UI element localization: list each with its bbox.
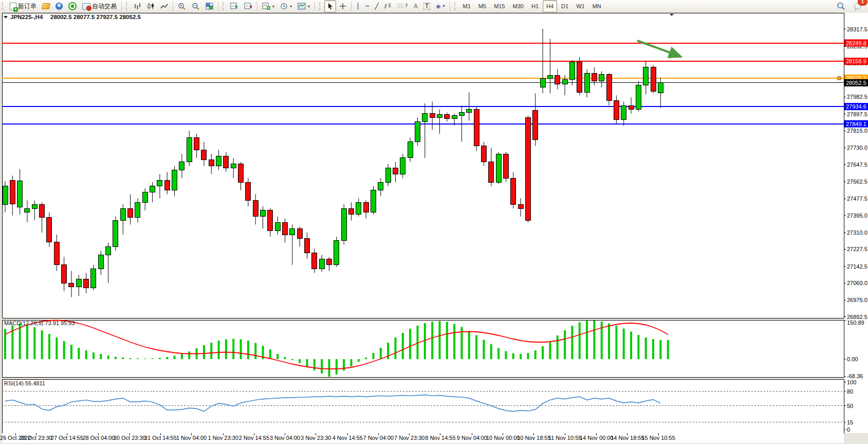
candle	[555, 75, 560, 84]
line-handle[interactable]	[838, 77, 841, 80]
candle	[69, 283, 74, 287]
toolbar-separator	[351, 2, 352, 11]
chart-window[interactable]: 28317.528232.528150.028067.527982.527897…	[0, 12, 868, 444]
timeframe-m30-button[interactable]: M30	[509, 0, 527, 12]
tile-windows-button[interactable]	[203, 0, 216, 12]
zoom-in-button[interactable]	[175, 0, 189, 12]
candle	[393, 168, 398, 174]
profile-prev-icon	[244, 3, 252, 10]
vertical-line-icon: │	[356, 3, 360, 9]
main-panel[interactable]	[2, 13, 844, 318]
candle	[525, 118, 530, 221]
new-order-button[interactable]: + 新订单	[7, 0, 39, 12]
candle	[47, 218, 52, 242]
profile-prev-button[interactable]	[242, 0, 255, 12]
candle	[253, 200, 258, 216]
candle	[231, 164, 236, 168]
price-tick-label: 28317.5	[847, 26, 867, 32]
crosshair-tool-button[interactable]	[337, 0, 349, 12]
zoom-out-button[interactable]	[189, 0, 202, 12]
line-chart-button[interactable]	[158, 0, 171, 12]
candle	[238, 164, 244, 182]
chevron-down-icon: ▾	[308, 4, 310, 9]
notification-badge: 1	[858, 0, 867, 6]
toolbar-grip	[454, 2, 457, 10]
auto-trading-icon	[82, 3, 90, 10]
time-tick-label: 2 Nov 14:55	[239, 435, 269, 441]
candle	[430, 114, 435, 118]
candle	[91, 269, 96, 288]
candle	[643, 67, 649, 85]
candle	[76, 279, 81, 287]
candle	[283, 222, 288, 235]
profile-next-button[interactable]	[228, 0, 241, 12]
add-indicator-button[interactable]: ▾	[260, 0, 277, 12]
notifications-button[interactable]: 1	[851, 0, 865, 12]
candle	[584, 73, 589, 92]
candle	[98, 255, 103, 269]
candle	[408, 142, 413, 158]
shapes-tool-button[interactable]: ◈▾	[433, 0, 447, 12]
templates-button[interactable]: ▾	[295, 0, 312, 12]
bar-chart-button[interactable]	[131, 0, 144, 12]
market-depth-button[interactable]	[40, 0, 52, 12]
timeframe-w1-button[interactable]: W1	[572, 0, 588, 12]
timeframe-m15-button[interactable]: M15	[490, 0, 508, 12]
horizontal-line-tool-button[interactable]: ─	[363, 0, 372, 12]
candle	[540, 78, 545, 87]
chart-ohlc-values: 28002.5 28077.5 27927.5 28052.5	[50, 14, 141, 20]
timeframe-d1-button[interactable]: D1	[558, 0, 572, 12]
signals-button[interactable]	[66, 0, 79, 12]
time-axis: 26 Oct 202226 Oct 23:3027 Oct 14:5528 Oc…	[0, 433, 675, 441]
timeframe-h1-button[interactable]: H1	[528, 0, 542, 12]
candle	[592, 73, 597, 81]
signal-icon	[68, 2, 77, 10]
price-tick-label: 27815.0	[847, 128, 867, 134]
candle	[172, 170, 177, 190]
candle	[187, 138, 192, 162]
chart-canvas[interactable]: 28317.528232.528150.028067.527982.527897…	[0, 12, 868, 444]
community-button[interactable]	[53, 0, 65, 12]
macd-label: MACD(12,26,9) 73.91 95.93	[4, 320, 75, 326]
auto-trading-button[interactable]: 自动交易	[80, 0, 119, 12]
candle	[452, 116, 457, 119]
search-button[interactable]	[834, 0, 848, 12]
candle	[120, 208, 125, 221]
candle	[135, 202, 140, 217]
time-tick-label: 1 Nov 23:30	[208, 435, 238, 441]
periods-button[interactable]: ▾	[278, 0, 294, 12]
crosshair-icon	[339, 3, 346, 10]
timeframe-m5-button[interactable]: M5	[475, 0, 490, 12]
candle	[400, 158, 405, 174]
toolbar-separator	[121, 2, 122, 11]
toolbar-grip	[223, 2, 226, 10]
candle	[194, 138, 199, 150]
vertical-line-tool-button[interactable]: │	[354, 0, 362, 12]
toolbar-separator	[257, 2, 257, 11]
cursor-tool-button[interactable]	[324, 0, 336, 12]
candle	[216, 156, 221, 166]
chart-title: JPN225-,H4	[10, 14, 43, 20]
price-tick-label: 27227.5	[847, 246, 867, 252]
candle	[371, 190, 376, 212]
channel-tool-button[interactable]: ⫽E	[382, 0, 394, 12]
candlestick-chart-button[interactable]	[144, 0, 157, 12]
rsi-label: RSI(14) 55.4811	[4, 380, 45, 386]
candle	[415, 121, 420, 141]
timeframe-h4-button[interactable]: H4	[543, 0, 557, 12]
candle	[179, 162, 184, 170]
time-tick-label: 10 Nov 18:55	[517, 435, 550, 441]
trendline-tool-button[interactable]: ╱	[373, 0, 381, 12]
candle	[3, 186, 8, 205]
time-tick-label: 28 Oct 04:00	[82, 435, 115, 441]
price-badge-label: 28158.9	[846, 58, 866, 64]
timeframe-mn-button[interactable]: MN	[589, 0, 605, 12]
candle	[547, 75, 552, 78]
label-tool-button[interactable]: T	[421, 0, 433, 12]
candle	[142, 192, 147, 203]
candle	[32, 205, 37, 208]
timeframe-m1-button[interactable]: M1	[459, 0, 474, 12]
trendline-icon: ╱	[375, 3, 379, 9]
text-tool-button[interactable]: A	[411, 0, 420, 12]
fibonacci-tool-button[interactable]: F	[394, 0, 411, 12]
